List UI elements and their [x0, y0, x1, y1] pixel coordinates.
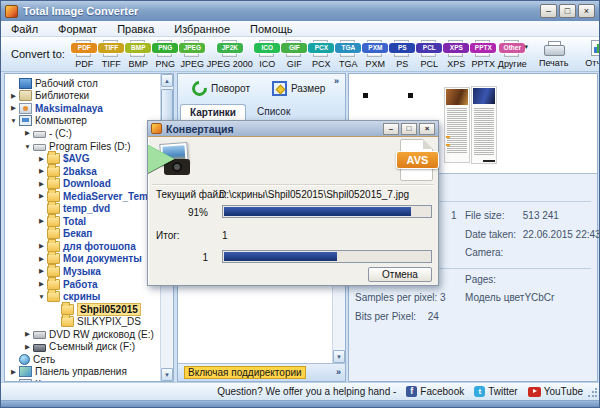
format-convert-button[interactable]: Other ▼ Другие [497, 39, 528, 70]
preview-page-right [471, 86, 497, 164]
window-control-button[interactable]: – [540, 4, 557, 18]
tree-expand-arrow[interactable]: ▶ [9, 104, 18, 112]
format-convert-button[interactable]: JPEG JPEG [179, 39, 206, 70]
tree-item[interactable]: SILKYPIX_DS [5, 315, 160, 328]
dialog-control-button[interactable]: – [383, 123, 399, 135]
tree-item-icon [19, 379, 32, 381]
tree-expand-arrow[interactable]: ▶ [23, 129, 32, 137]
format-convert-button[interactable]: BMP BMP [125, 39, 152, 70]
view-tab[interactable]: Список [247, 103, 300, 120]
tree-expand-arrow[interactable]: ▶ [37, 167, 46, 175]
scroll-up-button[interactable]: ▲ [161, 74, 173, 87]
social-link[interactable]: YouTube [528, 386, 583, 397]
tree-expand-arrow[interactable]: ▶ [23, 343, 32, 351]
printer-icon [544, 41, 563, 56]
tree-item[interactable]: ▶ Панель управления [5, 366, 160, 379]
tree-item[interactable]: ▶ Работа [5, 278, 160, 291]
tree-expand-arrow[interactable]: ▶ [37, 192, 46, 200]
toolbar: Convert to: PDF PDF TIFF TIFF [1, 37, 599, 72]
tree-item[interactable]: Рабочий стол [5, 77, 160, 90]
format-label: TGA [339, 59, 358, 69]
format-convert-button[interactable]: PCL PCL [416, 39, 443, 70]
tree-item[interactable]: Сеть [5, 353, 160, 366]
tree-item[interactable]: ▶ для фотошопа [5, 240, 160, 253]
tree-item[interactable]: ▶ Total [5, 215, 160, 228]
info-label: Camera: [465, 247, 520, 258]
format-convert-button[interactable]: ICO ICO [254, 39, 281, 70]
scroll-down-button[interactable]: ▼ [333, 350, 345, 363]
social-link[interactable]: f Facebook [406, 386, 464, 397]
tree-expand-arrow[interactable]: ▶ [37, 155, 46, 163]
tree-item[interactable]: Бекап [5, 228, 160, 241]
rotate-button[interactable]: Поворот [211, 83, 250, 94]
format-file-icon: ICO [255, 40, 279, 57]
format-label: ICO [259, 59, 275, 69]
tree-item[interactable]: ▶ $AVG [5, 152, 160, 165]
tree-item[interactable]: ▶ Съемный диск (F:) [5, 340, 160, 353]
tree-expand-arrow[interactable]: ▼ [23, 143, 32, 150]
tree-expand-arrow[interactable]: ▶ [37, 180, 46, 188]
tree-item[interactable]: ▼ Program Files (D:) [5, 140, 160, 153]
include-subdirs-toggle[interactable]: Включая поддиректории [184, 366, 306, 379]
menu-item[interactable]: Помощь [240, 22, 303, 36]
social-link[interactable]: t Twitter [474, 386, 517, 397]
resize-grip[interactable] [587, 388, 597, 398]
tree-expand-arrow[interactable]: ▼ [9, 117, 18, 124]
report-icon [591, 40, 600, 56]
format-convert-button[interactable]: TGA TGA [335, 39, 362, 70]
tree-expand-arrow[interactable]: ▶ [37, 255, 46, 263]
tree-item[interactable]: ▶ Музыка [5, 265, 160, 278]
format-convert-button[interactable]: GIF GIF [281, 39, 308, 70]
tree-expand-arrow[interactable]: ▶ [9, 368, 18, 376]
tree-item[interactable]: ▶ Download [5, 177, 160, 190]
tree-expand-arrow[interactable]: ▶ [37, 267, 46, 275]
menu-item[interactable]: Правка [107, 22, 164, 36]
window-control-button[interactable]: × [578, 4, 595, 18]
format-convert-button[interactable]: PCX PCX [308, 39, 335, 70]
tree-expand-arrow[interactable]: ▶ [37, 217, 46, 225]
tree-item[interactable]: ▼ Компьютер [5, 115, 160, 128]
format-label: JPEG [181, 59, 205, 69]
format-convert-button[interactable]: PNG PNG [152, 39, 179, 70]
window-control-button[interactable]: □ [559, 4, 576, 18]
format-convert-button[interactable]: PDF PDF [71, 39, 98, 70]
format-convert-button[interactable]: PS PS [389, 39, 416, 70]
tree-expand-arrow[interactable]: ▶ [23, 330, 32, 338]
tree-item[interactable]: ▶ MediaServer_Temp [5, 190, 160, 203]
format-convert-button[interactable]: JP2K JPEG 2000 [206, 39, 254, 70]
menu-item[interactable]: Файл [1, 22, 48, 36]
subdirs-chevron[interactable]: » [336, 367, 341, 377]
resize-icon [272, 81, 287, 96]
cancel-button[interactable]: Отмена [368, 267, 432, 282]
tree-item[interactable]: ▶ - (C:) [5, 127, 160, 140]
format-convert-button[interactable]: TIFF TIFF [98, 39, 125, 70]
tree-item[interactable]: ▶ DVD RW дисковод (E:) [5, 328, 160, 341]
dialog-control-button[interactable]: × [419, 123, 435, 135]
tree-item[interactable]: ▶ Maksimalnaya [5, 102, 160, 115]
print-button[interactable]: Печать [536, 41, 572, 68]
tree-item[interactable]: ▼ скрины [5, 290, 160, 303]
tree-item[interactable]: ▶ Мои документы [5, 253, 160, 266]
tree-item[interactable]: temp_dvd [5, 202, 160, 215]
tree-item[interactable]: ▶ Библиотеки [5, 90, 160, 103]
resize-button[interactable]: Размер [291, 83, 325, 94]
view-tab[interactable]: Картинки [180, 104, 246, 121]
dialog-control-button[interactable]: □ [401, 123, 417, 135]
tree-expand-arrow[interactable]: ▶ [37, 280, 46, 288]
more-actions-chevron[interactable]: » [334, 76, 339, 86]
report-button[interactable]: Отчет [580, 40, 600, 68]
menu-item[interactable]: Формат [48, 22, 107, 36]
scroll-down-button[interactable]: ▼ [161, 368, 173, 381]
tree-expand-arrow[interactable]: ▼ [37, 293, 46, 300]
menu-item[interactable]: Избранное [164, 22, 240, 36]
tree-expand-arrow[interactable]: ▶ [37, 242, 46, 250]
tree-item[interactable]: Shpil052015 [5, 303, 160, 316]
tree-item[interactable]: ▶ 2baksa [5, 165, 160, 178]
format-file-icon: PPTX [471, 40, 495, 57]
tree-expand-arrow[interactable]: ▶ [9, 92, 18, 100]
format-convert-button[interactable]: XPS XPS [443, 39, 470, 70]
format-convert-button[interactable]: PXM PXM [362, 39, 389, 70]
format-convert-button[interactable]: PPTX PPTX [470, 39, 497, 70]
tree-expand-arrow[interactable]: ▶ [9, 380, 18, 381]
tree-item[interactable]: ▶ Корзина [5, 378, 160, 381]
